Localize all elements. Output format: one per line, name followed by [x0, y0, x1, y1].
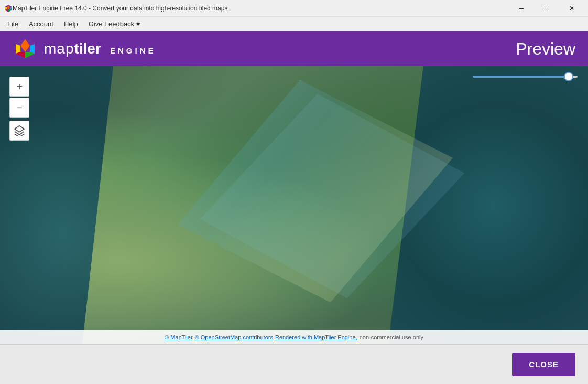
logo-icon: [13, 36, 38, 61]
map-attribution: © MapTiler © OpenStreetMap contributors …: [0, 330, 588, 344]
maximize-button[interactable]: ☐: [535, 0, 559, 17]
menu-feedback[interactable]: Give Feedback ♥: [83, 18, 146, 30]
attribution-rendered[interactable]: Rendered with MapTiler Engine,: [275, 334, 357, 340]
zoom-in-button[interactable]: +: [9, 77, 29, 97]
app-header: maptiler ENGINE Preview: [0, 31, 588, 66]
svg-marker-8: [16, 44, 20, 54]
opacity-slider-container: [473, 76, 578, 78]
logo-text: maptiler ENGINE: [44, 40, 156, 57]
svg-marker-3: [10, 7, 12, 10]
zoom-out-button[interactable]: −: [9, 98, 29, 118]
bottom-bar: CLOSE: [0, 344, 588, 384]
app-icon: [4, 4, 13, 13]
attribution-license: non-commercial use only: [360, 334, 423, 340]
layers-button[interactable]: [9, 121, 29, 141]
svg-marker-2: [5, 7, 7, 10]
zoom-controls: + −: [9, 77, 29, 141]
window-title: MapTiler Engine Free 14.0 - Convert your…: [13, 5, 509, 12]
logo: maptiler ENGINE: [13, 36, 156, 61]
minimize-button[interactable]: ─: [509, 0, 533, 17]
preview-label: Preview: [516, 39, 575, 59]
titlebar: MapTiler Engine Free 14.0 - Convert your…: [0, 0, 588, 17]
attribution-osm[interactable]: © OpenStreetMap contributors: [195, 334, 273, 340]
menu-file[interactable]: File: [2, 18, 24, 30]
menu-help[interactable]: Help: [59, 18, 83, 30]
opacity-slider-thumb[interactable]: [564, 72, 573, 81]
close-button[interactable]: CLOSE: [512, 353, 575, 376]
menu-account[interactable]: Account: [24, 18, 59, 30]
menubar: File Account Help Give Feedback ♥: [0, 17, 588, 31]
map-view[interactable]: + − © MapTiler © OpenStreetMap contribut…: [0, 66, 588, 344]
svg-marker-9: [30, 44, 35, 54]
opacity-slider-track[interactable]: [473, 76, 578, 78]
attribution-maptiler[interactable]: © MapTiler: [165, 334, 193, 340]
svg-marker-12: [15, 126, 24, 132]
window-close-button[interactable]: ✕: [560, 0, 584, 17]
window-controls: ─ ☐ ✕: [509, 0, 584, 17]
